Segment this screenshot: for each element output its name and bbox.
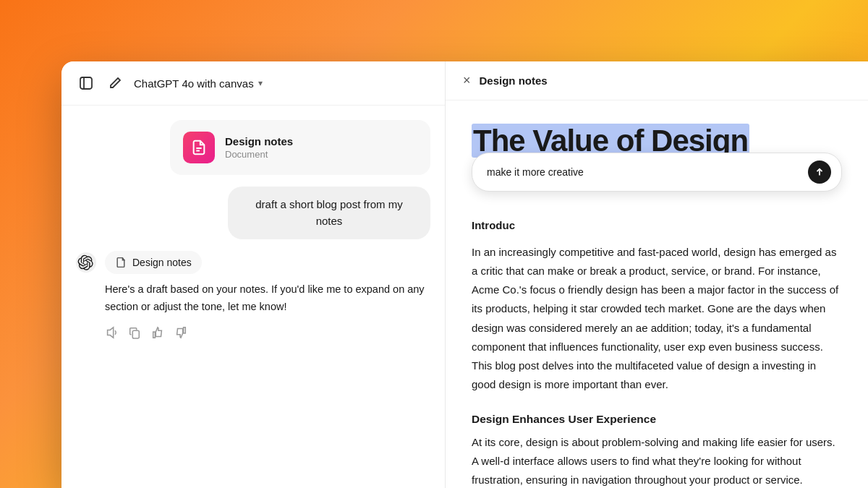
svg-rect-7: [153, 332, 156, 338]
ai-avatar: [76, 252, 96, 273]
chevron-down-icon: ▾: [258, 78, 263, 88]
canvas-content: The Value of Design Introduc In an incre…: [446, 100, 868, 488]
canvas-send-button[interactable]: [808, 160, 831, 184]
sidebar-toggle-button[interactable]: [76, 73, 96, 93]
chat-panel: ChatGPT 4o with canvas ▾ Design notes: [61, 61, 445, 488]
edit-button[interactable]: [105, 73, 125, 93]
intro-label: Introduc: [472, 216, 842, 235]
canvas-close-button[interactable]: ×: [463, 73, 471, 88]
speak-button[interactable]: [105, 326, 118, 339]
canvas-title: Design notes: [480, 74, 548, 87]
design-notes-chip-label: Design notes: [132, 257, 192, 268]
chat-content: Design notes Document draft a short blog…: [61, 106, 445, 488]
floating-input-bar[interactable]: [472, 153, 842, 192]
thumbs-up-button[interactable]: [151, 326, 164, 339]
svg-rect-0: [80, 77, 92, 89]
model-selector[interactable]: ChatGPT 4o with canvas ▾: [134, 77, 263, 90]
document-subtitle: Document: [225, 149, 293, 160]
canvas-header: × Design notes: [446, 61, 868, 100]
canvas-input[interactable]: [487, 166, 802, 178]
copy-button[interactable]: [128, 326, 141, 339]
document-chip-icon: [115, 257, 127, 268]
ai-response-text: Here's a draft based on your notes. If y…: [105, 281, 430, 316]
ai-response: Design notes Here's a draft based on you…: [76, 251, 430, 339]
model-name: ChatGPT 4o with canvas: [134, 77, 254, 90]
app-window: ChatGPT 4o with canvas ▾ Design notes: [61, 61, 868, 488]
body-paragraph-2: At its core, design is about problem-sol…: [472, 433, 842, 488]
ai-content: Design notes Here's a draft based on you…: [105, 251, 430, 339]
document-icon: [183, 132, 215, 163]
svg-marker-5: [108, 328, 114, 338]
svg-rect-8: [184, 328, 186, 333]
document-card[interactable]: Design notes Document: [170, 120, 430, 175]
action-icons: [105, 326, 430, 339]
user-message-text: draft a short blog post from my notes: [255, 198, 402, 227]
design-notes-chip[interactable]: Design notes: [105, 251, 202, 274]
user-message: draft a short blog post from my notes: [228, 187, 430, 239]
document-info: Design notes Document: [225, 135, 293, 160]
article-body: Introduc In an increasingly competitive …: [472, 216, 842, 488]
document-title: Design notes: [225, 135, 293, 147]
canvas-panel: × Design notes The Value of Design: [445, 61, 868, 488]
body-paragraph-1: In an increasingly competitive and fast-…: [472, 243, 842, 395]
chat-header: ChatGPT 4o with canvas ▾: [61, 61, 445, 106]
section-title: Design Enhances User Experience: [472, 409, 842, 429]
svg-rect-6: [132, 330, 139, 338]
thumbs-down-button[interactable]: [174, 326, 187, 339]
